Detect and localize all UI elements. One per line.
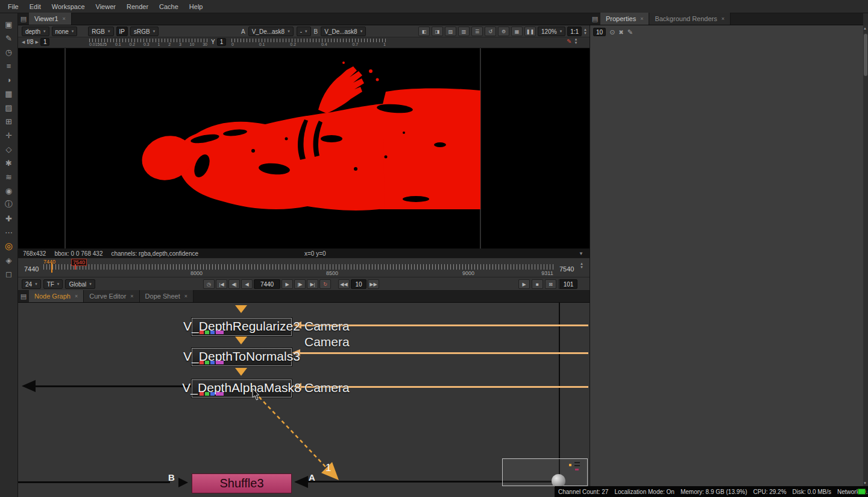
properties-panel-icon[interactable]: ▤ [590, 13, 600, 25]
info-expand-icon[interactable]: ▼ [579, 251, 583, 256]
ab-compare-icon[interactable]: ◨ [432, 27, 443, 36]
plugins-tool-icon[interactable]: ◈ [2, 254, 16, 266]
input-a-select[interactable]: V_De...ask8 [248, 27, 294, 36]
alphamask-input-arrow[interactable] [235, 368, 247, 376]
gain-prev-icon[interactable]: ◀ [22, 40, 25, 45]
timeline-end[interactable]: 7540 [559, 265, 574, 273]
timeline-start[interactable]: 7440 [24, 265, 39, 273]
tab-node-graph-close-icon[interactable]: × [75, 293, 78, 299]
first-frame-button[interactable]: |◀ [216, 279, 227, 289]
viewer-panel-icon[interactable]: ▤ [18, 13, 29, 25]
tonormals-input-arrow[interactable] [235, 337, 247, 344]
tab-properties[interactable]: Properties × [600, 13, 649, 25]
menu-icon[interactable]: ☰ [471, 27, 483, 36]
zoom-select[interactable]: 120% [538, 27, 565, 36]
max-panels-field[interactable]: 10 [593, 28, 606, 36]
node-depth-alpha-mask[interactable]: V_DepthAlphaMask8 [192, 379, 292, 397]
range-mode-select[interactable]: Global [65, 279, 95, 289]
node-shuffle[interactable]: Shuffle3 [192, 473, 292, 493]
gamma-value-field[interactable]: 1 [217, 38, 227, 46]
frame-step-field[interactable]: 10 [351, 279, 366, 289]
tf-select[interactable]: TF [43, 279, 63, 289]
scrollbar-down-icon[interactable]: ▼ [863, 481, 867, 485]
scrollbar-up-icon[interactable]: ▲ [863, 27, 867, 30]
views-tool-icon[interactable]: ◉ [2, 185, 16, 197]
refresh-icon[interactable]: ↺ [485, 27, 496, 36]
checker-icon[interactable]: ▨ [445, 27, 456, 36]
colorspace-select[interactable]: sRGB [130, 27, 159, 36]
ip-toggle[interactable]: IP [116, 27, 128, 36]
scrollbar-thumb[interactable] [864, 34, 867, 76]
fps-select[interactable]: 24 [22, 279, 41, 289]
nodegraph-navigator[interactable] [502, 458, 588, 486]
menu-cache[interactable]: Cache [154, 1, 184, 12]
pin-panels-icon[interactable]: ⊙ [609, 28, 615, 36]
viewer-toolbar-spinner[interactable]: ▲▼ [583, 28, 587, 35]
tab-dope-sheet[interactable]: Dope Sheet × [140, 290, 193, 302]
draw-tool-icon[interactable]: ✎ [2, 32, 16, 44]
threed-tool-icon[interactable]: ◇ [2, 143, 16, 155]
gain-next-icon[interactable]: ▶ [36, 40, 39, 45]
display-channel-select[interactable]: RGB [88, 27, 113, 36]
channel-tool-icon[interactable]: ≡ [2, 60, 16, 72]
metadata-tool-icon[interactable]: ⓘ [2, 198, 16, 211]
tab-dope-sheet-close-icon[interactable]: × [184, 293, 187, 299]
alpha-select[interactable]: none [52, 27, 78, 36]
keyer-tool-icon[interactable]: ▨ [2, 101, 16, 113]
transform-tool-icon[interactable]: ✛ [2, 129, 16, 141]
time-tool-icon[interactable]: ◷ [2, 46, 16, 58]
tab-viewer1[interactable]: Viewer1 × [29, 13, 72, 25]
tab-curve-editor-close-icon[interactable]: × [130, 293, 133, 299]
loop-button[interactable]: ↻ [319, 279, 331, 289]
next-keyframe-button[interactable]: |▶ [294, 279, 306, 289]
merge-tool-icon[interactable]: ⊞ [2, 115, 16, 127]
pixel-ratio[interactable]: 1:1 [567, 27, 582, 36]
last-frame-button[interactable]: ▶| [307, 279, 318, 289]
node-depth-regularize[interactable]: V_DepthRegularize2 [192, 318, 292, 336]
play-backward-button[interactable]: ◀ [241, 279, 253, 289]
tab-node-graph[interactable]: Node Graph × [29, 290, 84, 302]
timeline-spinner[interactable]: ▲▼ [580, 262, 583, 269]
assist-tool-icon[interactable]: ◻ [2, 268, 16, 280]
nodegraph-panel-icon[interactable]: ▤ [18, 290, 29, 302]
stop-render-button[interactable]: ■ [532, 279, 543, 289]
fstop-label[interactable]: f/8 [27, 39, 33, 45]
grid-icon[interactable]: ▦ [511, 27, 523, 36]
flipbook-button[interactable]: ▶ [518, 279, 530, 289]
wipe-icon[interactable]: ◧ [418, 27, 430, 36]
node-depth-to-normals[interactable]: V_DepthToNormals3 [192, 348, 292, 366]
prev-keyframe-button[interactable]: ◀| [228, 279, 240, 289]
annotate-icon[interactable]: ✎ [567, 38, 571, 45]
menu-workspace[interactable]: Workspace [46, 1, 90, 12]
particles-tool-icon[interactable]: ✱ [2, 157, 16, 169]
tab-curve-editor[interactable]: Curve Editor × [84, 290, 139, 302]
gain-row-spinner[interactable]: ▲▼ [574, 37, 577, 45]
step-forward-button[interactable]: ▶▶ [368, 279, 379, 289]
step-back-button[interactable]: ◀◀ [338, 279, 350, 289]
color-tool-icon[interactable]: ◑ [2, 74, 16, 86]
other-tool-icon[interactable]: ⋯ [2, 226, 16, 238]
tab-properties-close-icon[interactable]: × [640, 16, 643, 22]
blend-mode-select[interactable]: - [297, 27, 311, 36]
regularize-input-arrow[interactable] [235, 305, 247, 313]
tab-background-renders[interactable]: Background Renders × [649, 13, 731, 25]
retime-icon[interactable]: ◷ [203, 279, 215, 289]
edit-panels-icon[interactable]: ✎ [627, 28, 633, 36]
menu-edit[interactable]: Edit [24, 1, 46, 12]
properties-scrollbar[interactable]: ▲ ▼ [863, 25, 868, 486]
tab-viewer1-close-icon[interactable]: × [63, 16, 66, 22]
overlay-icon[interactable]: ▥ [458, 27, 470, 36]
current-frame-field[interactable]: 7440 [254, 279, 280, 289]
gain-value-field[interactable]: 1 [40, 38, 50, 46]
pause-icon[interactable]: ❚❚ [524, 27, 536, 36]
input-b-select[interactable]: V_De...ask8 [321, 27, 366, 36]
filter-tool-icon[interactable]: ▦ [2, 87, 16, 100]
ofx-tool-icon[interactable]: ◎ [2, 240, 16, 252]
image-tool-icon[interactable]: ▣ [2, 18, 16, 30]
layer-select[interactable]: depth [22, 27, 49, 36]
tab-background-renders-close-icon[interactable]: × [722, 16, 725, 22]
menu-viewer[interactable]: Viewer [90, 1, 121, 12]
play-forward-button[interactable]: ▶ [281, 279, 293, 289]
clear-panels-icon[interactable]: ✖ [618, 29, 623, 36]
deep-tool-icon[interactable]: ≋ [2, 171, 16, 183]
